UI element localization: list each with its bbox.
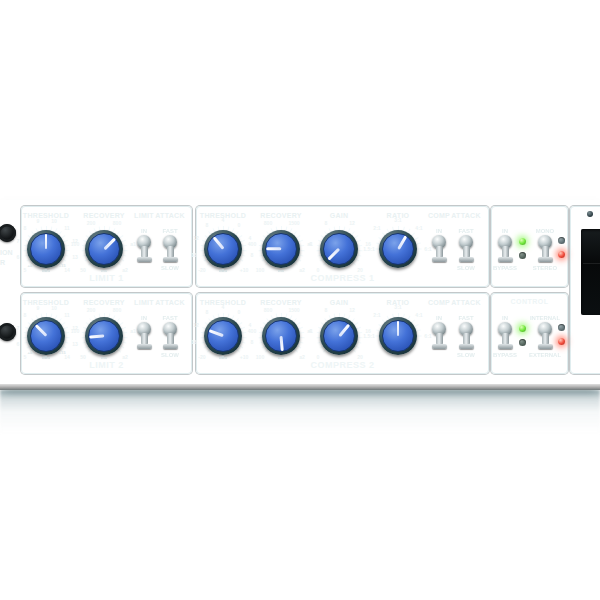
dial-scale-label: 8 xyxy=(324,307,327,312)
switch-top-label: FAST xyxy=(447,228,484,234)
compress1-ratio-knob-dial[interactable] xyxy=(379,230,417,268)
dial-tick xyxy=(356,327,360,329)
dial-scale-label: 2:1 xyxy=(373,313,380,318)
dial-scale-label: 16 xyxy=(191,252,197,257)
switch-top-label: MONO xyxy=(526,228,563,234)
limit1-panel: THRESHOLD567891011121314dBu+4+15 RECOVER… xyxy=(21,206,192,287)
dial-scale-label: 16 xyxy=(191,339,197,344)
dial-tick xyxy=(64,341,68,343)
dial-tick xyxy=(64,254,68,256)
dial-scale-label: 100 xyxy=(71,242,79,247)
status-led-off xyxy=(519,339,526,346)
knob-pointer xyxy=(266,248,281,251)
compress2-gain-knob-dial[interactable] xyxy=(320,317,358,355)
dial-unit: dBu xyxy=(202,355,244,359)
dial-scale-label: 1.5:1 xyxy=(363,333,374,338)
switch-base xyxy=(459,257,474,262)
dial-scale-label: 10 xyxy=(51,305,57,310)
dial-scale-label: 800 xyxy=(263,307,271,312)
dial-scale-label: 9 xyxy=(37,218,40,223)
compress1-recovery-knob-dial[interactable] xyxy=(262,230,300,268)
dial-scale-label: 9 xyxy=(37,305,40,310)
dial-scale-label: 800 xyxy=(263,220,271,225)
dial-tick xyxy=(358,250,362,251)
dial-scale-label: 0 xyxy=(317,267,320,272)
compress2-recovery-knob-dial[interactable] xyxy=(262,317,300,355)
limit2-threshold-knob-dial[interactable] xyxy=(27,317,65,355)
dial-scale-label: 200 xyxy=(86,220,94,225)
dial-scale-label: 6 xyxy=(16,254,19,259)
status-led-dim xyxy=(558,237,565,244)
limit1-threshold-knob-dial[interactable] xyxy=(27,230,65,268)
meter-panel xyxy=(570,206,600,374)
compress2-panel: THRESHOLD-20161284048+10dBu RECOVERY1004… xyxy=(196,293,489,374)
dial-unit: ms xyxy=(260,355,302,359)
dial-scale-label: 2:1 xyxy=(373,226,380,231)
dial-scale-label: 4 xyxy=(308,242,311,247)
knob-pointer xyxy=(45,234,48,249)
switch-bottom-label: BYPASS xyxy=(486,352,523,358)
toggle-switch[interactable] xyxy=(537,322,553,349)
control-panel: CONTROL INBYPASS INTERNALEXTERNAL xyxy=(491,293,568,374)
dial-scale-label: 800 xyxy=(113,307,121,312)
dial-scale-label: 3:1 xyxy=(394,304,401,309)
dial-sub-min: +4 xyxy=(28,350,33,354)
dial-scale-label: 8 xyxy=(24,313,27,318)
dial-scale-label: 7 xyxy=(16,326,19,331)
switch-top-label: IN xyxy=(486,228,523,234)
dial-scale-label: 20 xyxy=(357,354,363,359)
internal-external-switch-col: INTERNALEXTERNAL xyxy=(523,294,567,373)
limit2-recovery-knob-dial[interactable] xyxy=(85,317,123,355)
limit1-title: LIMIT 1 xyxy=(22,273,191,283)
dial-tick xyxy=(294,349,298,353)
dial-unit: ms xyxy=(83,355,125,359)
compress2-title: COMPRESS 2 xyxy=(197,360,488,370)
dial-scale-label: 800 xyxy=(113,220,121,225)
dial-tick xyxy=(240,327,244,329)
compress1-threshold-knob-dial[interactable] xyxy=(204,230,242,268)
table-reflection xyxy=(0,390,600,440)
dial-scale-label: 1.5:1 xyxy=(363,246,374,251)
control-bypass-switch-col: INBYPASS xyxy=(483,294,527,373)
dial-scale-label: 0 xyxy=(238,309,241,314)
switch-top-label: FAST xyxy=(151,228,188,234)
switch-bottom-label: EXTERNAL xyxy=(526,352,563,358)
switch-bottom-label: BYPASS xyxy=(486,265,523,271)
switch-base xyxy=(498,344,513,349)
status-led-red xyxy=(558,338,565,345)
dial-tick xyxy=(352,262,356,266)
switch-top-label: FAST xyxy=(447,315,484,321)
dial-tick xyxy=(63,327,67,329)
switch-base xyxy=(498,257,513,262)
compress1-gain-knob-dial[interactable] xyxy=(320,230,358,268)
dial-scale-label: 1500 xyxy=(289,307,300,312)
toggle-switch[interactable] xyxy=(162,235,178,262)
left-edge-text-line2: R xyxy=(0,258,5,267)
limit2-title: LIMIT 2 xyxy=(22,360,191,370)
status-led-green xyxy=(519,325,526,332)
dial-tick xyxy=(352,349,356,353)
switch-top-label: IN xyxy=(486,315,523,321)
toggle-switch[interactable] xyxy=(497,322,513,349)
dial-unit: dBu xyxy=(25,355,67,359)
compress2-ratio-knob-dial[interactable] xyxy=(379,317,417,355)
switch-bottom-label: SLOW xyxy=(151,352,188,358)
switch-header: ATTACK xyxy=(444,299,488,306)
toggle-switch[interactable] xyxy=(162,322,178,349)
status-led-off xyxy=(519,252,526,259)
dial-scale-label: 400 xyxy=(248,242,256,247)
toggle-switch[interactable] xyxy=(458,235,474,262)
dial-sub-max: +15 xyxy=(58,350,65,354)
dial-unit: dBu xyxy=(202,268,244,272)
bypass-switch-col: INBYPASS xyxy=(483,207,527,286)
toggle-switch[interactable] xyxy=(497,235,513,262)
dial-scale-label: 8 xyxy=(205,309,208,314)
toggle-switch[interactable] xyxy=(537,235,553,262)
toggle-switch[interactable] xyxy=(458,322,474,349)
dial-tick xyxy=(117,262,121,266)
compress2-threshold-knob-dial[interactable] xyxy=(204,317,242,355)
dial-scale-label: 8 xyxy=(24,226,27,231)
limit1-recovery-knob-dial[interactable] xyxy=(85,230,123,268)
dial-unit: ms xyxy=(260,268,302,272)
switch-bottom-label: SLOW xyxy=(447,265,484,271)
